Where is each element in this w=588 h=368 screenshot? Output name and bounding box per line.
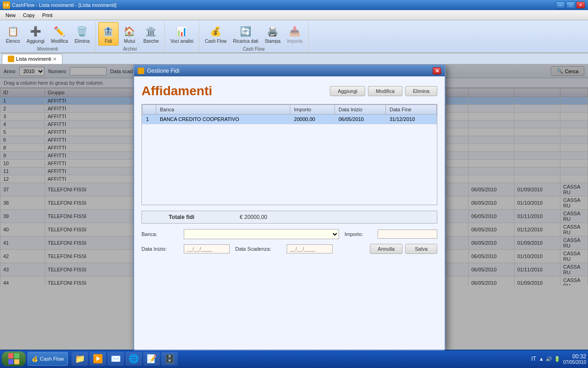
close-button[interactable]: ✕ bbox=[576, 1, 585, 9]
importo-input[interactable] bbox=[378, 230, 437, 239]
modal-elimina-button[interactable]: Elimina bbox=[405, 86, 437, 96]
tab-close-button[interactable]: ✕ bbox=[53, 57, 57, 62]
fidi-icon: 🏦 bbox=[101, 24, 116, 39]
modal-col-data-inizio[interactable]: Data Inizio bbox=[334, 105, 385, 115]
locale-indicator: IT bbox=[531, 356, 536, 362]
voci-icon: 📊 bbox=[175, 24, 189, 39]
ribbon-btn-modifica[interactable]: ✏️ Modifica bbox=[48, 22, 71, 46]
taskbar-word[interactable]: 📝 bbox=[143, 352, 160, 366]
ribbon-btn-importa[interactable]: 📥 Importa bbox=[284, 22, 305, 46]
voci-label: Voci analisi bbox=[170, 39, 193, 44]
ribbon-btn-mutui[interactable]: 🏠 Mutui bbox=[119, 22, 140, 46]
totale-value: € 20000,00 bbox=[218, 214, 290, 220]
data-inizio-label: Data Inizio: bbox=[141, 246, 178, 252]
modal-col-importo[interactable]: Importo bbox=[290, 105, 335, 115]
windows-logo bbox=[8, 353, 19, 364]
ribbon-btn-voci[interactable]: 📊 Voci analisi bbox=[168, 22, 196, 46]
taskbar-database[interactable]: 🗄️ bbox=[161, 352, 178, 366]
tray-icon-2: 🔊 bbox=[546, 356, 552, 362]
banca-label: Banca: bbox=[141, 231, 178, 237]
ribbon-btn-elenco[interactable]: 📋 Elenco bbox=[3, 22, 23, 46]
modal-header-row: Affidamenti Aggiungi Modifica Elimina bbox=[141, 84, 437, 98]
totale-fidi-row: Totale fidi € 20000,00 bbox=[141, 211, 437, 224]
title-bar-text: CashFlow - Lista movimenti - [Lista movi… bbox=[12, 2, 116, 8]
ribbon-btn-aggiungi[interactable]: ➕ Aggiungi bbox=[24, 22, 47, 46]
tab-label: Lista movimenti bbox=[16, 56, 51, 62]
salva-button[interactable]: Salva bbox=[405, 244, 437, 254]
modal-table-row[interactable]: 1 BANCA CREDITO COOPERATIVO 20000,00 06/… bbox=[142, 115, 437, 124]
elenco-icon: 📋 bbox=[6, 24, 20, 39]
app-icon: CF bbox=[3, 1, 10, 9]
stampa-label: Stampa bbox=[265, 39, 280, 44]
ribbon-group-cashflow: 💰 Cash Flow 🔄 Ricarica dati 🖨️ Stampa 📥 … bbox=[199, 22, 309, 52]
modifica-icon: ✏️ bbox=[52, 24, 67, 39]
modal-row-data-fine: 31/12/2010 bbox=[385, 115, 436, 124]
modal-col-num[interactable] bbox=[142, 105, 156, 115]
menu-bar: New Copy Print bbox=[0, 10, 588, 20]
taskbar-browser[interactable]: 🌐 bbox=[125, 352, 142, 366]
data-scadenza-input[interactable] bbox=[287, 244, 333, 253]
cashflow-label: Cash Flow bbox=[205, 39, 226, 44]
taskbar-cf-label: Cash Flow bbox=[40, 356, 64, 362]
ribbon-group-cashflow-label: Cash Flow bbox=[202, 46, 305, 52]
modal-modifica-button[interactable]: Modifica bbox=[368, 86, 402, 96]
modal-heading: Affidamenti bbox=[141, 84, 212, 98]
ribbon-btn-banche[interactable]: 🏛️ Banche bbox=[141, 22, 162, 46]
banca-select[interactable] bbox=[184, 229, 339, 239]
ribbon-btn-elimina[interactable]: 🗑️ Elimina bbox=[72, 22, 92, 46]
modal-row-num: 1 bbox=[142, 115, 156, 124]
ribbon-group-voci: 📊 Voci analisi bbox=[165, 22, 199, 52]
modal-table-container[interactable]: Banca Importo Data Inizio Data Fine 1 BA… bbox=[141, 104, 437, 205]
elimina-icon: 🗑️ bbox=[75, 24, 90, 39]
tray-icon-3: 🔋 bbox=[554, 356, 560, 362]
form-row-banca: Banca: Importo: bbox=[141, 229, 437, 239]
ribbon-btn-cashflow[interactable]: 💰 Cash Flow bbox=[202, 22, 229, 46]
aggiungi-label: Aggiungi bbox=[27, 39, 45, 44]
modifica-label: Modifica bbox=[51, 39, 68, 44]
mutui-label: Mutui bbox=[124, 39, 135, 44]
fidi-label: Fidi bbox=[105, 39, 112, 44]
totale-label: Totale fidi bbox=[146, 214, 218, 220]
minimize-button[interactable]: ─ bbox=[556, 1, 565, 9]
ribbon-btn-stampa[interactable]: 🖨️ Stampa bbox=[262, 22, 283, 46]
taskbar-apps: 📁 ▶️ ✉️ 🌐 📝 🗄️ bbox=[70, 352, 529, 366]
modal-row-importo: 20000,00 bbox=[290, 115, 335, 124]
modal-row-data-inizio: 06/05/2010 bbox=[334, 115, 385, 124]
annulla-button[interactable]: Annulla bbox=[370, 244, 402, 254]
banche-icon: 🏛️ bbox=[144, 24, 158, 39]
main-content: Anno 2010 Numero Data scad 🔍 Cerca Drag … bbox=[0, 64, 588, 351]
importo-label: Importo: bbox=[345, 231, 372, 237]
ribbon: 📋 Elenco ➕ Aggiungi ✏️ Modifica 🗑️ Elimi… bbox=[0, 20, 588, 53]
aggiungi-icon: ➕ bbox=[28, 24, 43, 39]
maximize-button[interactable]: □ bbox=[566, 1, 575, 9]
menu-new[interactable]: New bbox=[2, 12, 19, 19]
data-inizio-input[interactable] bbox=[184, 244, 230, 253]
ricarica-icon: 🔄 bbox=[238, 24, 253, 39]
menu-print[interactable]: Print bbox=[39, 12, 57, 19]
ribbon-group-movimenti-label: Movimenti bbox=[3, 46, 92, 52]
tray-icon-1: ▲ bbox=[539, 356, 544, 362]
taskbar-cf-icon: 💰 bbox=[32, 356, 38, 362]
ribbon-btn-ricarica[interactable]: 🔄 Ricarica dati bbox=[230, 22, 261, 46]
taskbar-email[interactable]: ✉️ bbox=[107, 352, 124, 366]
taskbar-right: IT ▲ 🔊 🔋 00:32 07/05/2010 bbox=[531, 353, 586, 365]
modal-row-banca: BANCA CREDITO COOPERATIVO bbox=[156, 115, 290, 124]
ribbon-group-voci-label bbox=[168, 46, 196, 52]
ribbon-btn-fidi[interactable]: 🏦 Fidi bbox=[98, 22, 119, 46]
taskbar-file-manager[interactable]: 📁 bbox=[72, 352, 88, 366]
tab-lista-movimenti[interactable]: Lista movimenti ✕ bbox=[2, 54, 62, 64]
importa-icon: 📥 bbox=[288, 24, 302, 39]
elenco-label: Elenco bbox=[6, 39, 20, 44]
elimina-label: Elimina bbox=[74, 39, 90, 44]
start-button[interactable] bbox=[2, 351, 26, 366]
modal-aggiungi-button[interactable]: Aggiungi bbox=[330, 86, 365, 96]
modal-col-banca[interactable]: Banca bbox=[156, 105, 290, 115]
clock: 00:32 07/05/2010 bbox=[563, 353, 586, 365]
taskbar-cashflow[interactable]: 💰 Cash Flow bbox=[28, 352, 68, 366]
title-bar-buttons: ─ □ ✕ bbox=[556, 1, 585, 9]
menu-copy[interactable]: Copy bbox=[19, 12, 39, 19]
taskbar-media-player[interactable]: ▶️ bbox=[90, 352, 106, 366]
modal-close-button[interactable]: ✕ bbox=[433, 67, 441, 75]
modal-col-data-fine[interactable]: Data Fine bbox=[385, 105, 436, 115]
ricarica-label: Ricarica dati bbox=[233, 39, 258, 44]
